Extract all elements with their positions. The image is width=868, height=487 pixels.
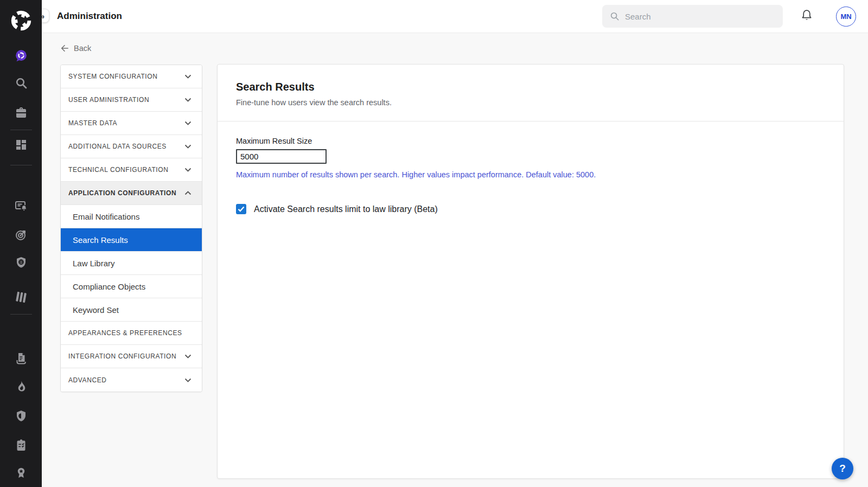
chevron-up-icon xyxy=(184,191,192,195)
nav-section-additional-data-sources[interactable]: ADDITIONAL DATA SOURCES xyxy=(61,135,202,158)
nav-item-keyword-set[interactable]: Keyword Set xyxy=(61,298,202,322)
nav-section-integration-configuration[interactable]: INTEGRATION CONFIGURATION xyxy=(61,345,202,368)
nav-item-law-library[interactable]: Law Library xyxy=(61,252,202,275)
chevron-down-icon xyxy=(184,144,192,149)
nav-section-advanced[interactable]: ADVANCED xyxy=(61,368,202,392)
rail-divider xyxy=(10,314,32,315)
chevron-down-icon xyxy=(184,354,192,358)
nav-section-technical-configuration[interactable]: TECHNICAL CONFIGURATION xyxy=(61,158,202,182)
checkmark-icon xyxy=(238,206,245,212)
chevron-down-icon xyxy=(184,378,192,382)
nav-item-email-notifications[interactable]: Email Notifications xyxy=(61,205,202,228)
tasks-clipboard-icon[interactable] xyxy=(15,439,28,452)
subscriptions-bell-icon[interactable] xyxy=(15,200,28,213)
nav-item-compliance-objects[interactable]: Compliance Objects xyxy=(61,275,202,298)
global-search[interactable] xyxy=(602,5,783,28)
search-results-settings-card: Search Results Fine-tune how users view … xyxy=(217,64,844,479)
nav-section-master-data[interactable]: MASTER DATA xyxy=(61,112,202,135)
max-result-size-helper-text: Maximum number of results shown per sear… xyxy=(236,170,825,179)
shield-icon[interactable] xyxy=(15,409,28,422)
chevron-down-icon xyxy=(184,74,192,79)
award-icon[interactable] xyxy=(15,466,28,479)
report-icon[interactable] xyxy=(15,352,28,365)
nav-section-appearances-preferences[interactable]: APPEARANCES & PREFERENCES xyxy=(61,322,202,345)
search-icon xyxy=(610,11,620,21)
nav-section-application-configuration[interactable]: APPLICATION CONFIGURATION xyxy=(61,182,202,205)
search-nav-icon[interactable] xyxy=(15,76,28,89)
page-title: Search Results xyxy=(236,81,825,93)
max-result-size-label: Maximum Result Size xyxy=(236,137,825,145)
max-result-size-input[interactable] xyxy=(236,149,327,164)
bell-icon xyxy=(800,9,813,22)
law-library-limit-row: Activate Search results limit to law lib… xyxy=(236,204,825,214)
target-icon[interactable] xyxy=(15,228,28,241)
help-button[interactable]: ? xyxy=(832,458,853,479)
chevron-down-icon xyxy=(184,98,192,102)
dashboard-icon[interactable] xyxy=(15,138,28,151)
back-label: Back xyxy=(74,44,91,53)
content-area: Back SYSTEM CONFIGURATION USER ADMINISTR… xyxy=(42,33,868,487)
search-input[interactable] xyxy=(625,12,766,21)
card-body: Maximum Result Size Maximum number of re… xyxy=(218,121,844,229)
app-rail xyxy=(0,0,42,487)
settings-nav-panel: SYSTEM CONFIGURATION USER ADMINISTRATION… xyxy=(60,65,202,392)
rail-divider xyxy=(10,130,32,130)
back-arrow-icon xyxy=(60,44,69,53)
page-app-title: Administration xyxy=(57,11,122,22)
nav-section-system-configuration[interactable]: SYSTEM CONFIGURATION xyxy=(61,65,202,88)
shield-globe-icon[interactable] xyxy=(15,256,28,269)
chevron-down-icon xyxy=(184,121,192,125)
assistant-bubble-icon[interactable] xyxy=(15,49,28,62)
avatar[interactable]: MN xyxy=(836,7,856,27)
law-library-limit-checkbox[interactable] xyxy=(236,204,246,214)
topbar: » Administration MN xyxy=(42,0,868,33)
chevron-down-icon xyxy=(184,168,192,172)
page-subtitle: Fine-tune how users view the search resu… xyxy=(236,98,825,107)
back-link[interactable]: Back xyxy=(60,44,91,53)
law-library-limit-label: Activate Search results limit to law lib… xyxy=(254,204,438,214)
briefcase-icon[interactable] xyxy=(15,106,28,119)
app-logo-icon xyxy=(9,8,34,33)
rail-divider xyxy=(10,165,32,165)
nav-item-search-results[interactable]: Search Results xyxy=(61,228,202,252)
card-header: Search Results Fine-tune how users view … xyxy=(218,65,844,121)
library-icon[interactable] xyxy=(15,291,28,304)
notifications-button[interactable] xyxy=(800,9,813,24)
flame-icon[interactable] xyxy=(15,380,28,393)
nav-section-user-administration[interactable]: USER ADMINISTRATION xyxy=(61,88,202,112)
